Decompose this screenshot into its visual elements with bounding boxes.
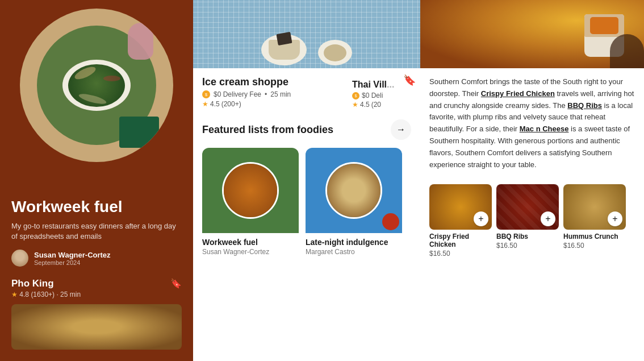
hummus-crunch-price: $16.50 — [563, 242, 626, 250]
tacos-visual — [327, 164, 380, 217]
middle-top-image — [193, 0, 420, 68]
star-icon-thai: ★ — [352, 101, 358, 109]
top-food-bg — [420, 0, 644, 68]
menu-item-bbq-ribs: + BBQ Ribs $16.50 — [496, 184, 559, 258]
bbq-ribs-name: BBQ Ribs — [496, 233, 559, 240]
plate-2 — [318, 40, 352, 65]
hero-title: Workweek fuel — [11, 197, 182, 217]
plate-1 — [261, 34, 307, 65]
menu-item-image-hummus: + — [563, 184, 626, 230]
strip-image — [11, 304, 182, 350]
list-card-body-workweek: Workweek fuel Susan Wagner-Cortez — [202, 233, 299, 260]
app-container: Workweek fuel My go-to restaurants easy … — [0, 0, 644, 361]
list-card-image-latenight — [306, 148, 402, 233]
right-top-image — [420, 0, 644, 68]
list-card-author-latenight: Margaret Castro — [306, 248, 402, 256]
arrow-button[interactable]: → — [391, 119, 411, 140]
list-card-workweek[interactable]: Workweek fuel Susan Wagner-Cortez — [202, 148, 299, 260]
hummus-crunch-name: Hummus Crunch — [563, 233, 626, 240]
list-card-name-workweek: Workweek fuel — [202, 238, 299, 247]
menu-item-image-bbq: + — [496, 184, 559, 230]
crispy-chicken-price: $16.50 — [429, 250, 492, 258]
latenight-food-image — [325, 162, 382, 219]
list-card-name-latenight: Late-night indulgence — [306, 238, 402, 247]
hero-image-area — [0, 0, 193, 193]
bbq-ribs-price: $16.50 — [496, 242, 559, 250]
restaurant-description: Southern Comfort brings the taste of the… — [429, 76, 635, 171]
right-text-block: Southern Comfort brings the taste of the… — [420, 68, 644, 179]
bookmark-icon[interactable]: 🔖 — [170, 278, 182, 289]
author-name: Susan Wagner-Cortez — [34, 251, 111, 259]
restaurant-meta: ★ 4.8 (1630+) · 25 min — [11, 291, 81, 298]
restaurant-item[interactable]: Pho King ★ 4.8 (1630+) · 25 min 🔖 — [11, 278, 182, 298]
hero-circle — [20, 9, 173, 162]
avatar-image — [11, 250, 28, 267]
workweek-food-image — [222, 162, 279, 219]
star-icon: ★ — [202, 100, 208, 108]
author-date: September 2024 — [34, 259, 111, 266]
delivery-dot: $ — [202, 90, 210, 98]
list-card-image-workweek — [202, 148, 299, 233]
left-panel: Workweek fuel My go-to restaurants easy … — [0, 0, 193, 361]
left-content: Workweek fuel My go-to restaurants easy … — [0, 186, 193, 361]
featured-header: Featured lists from foodies → — [202, 119, 411, 140]
hero-description: My go-to restaurants easy dinners after … — [11, 221, 182, 242]
middle-panel: Ice cream shoppe $ $0 Delivery Fee • 25 … — [193, 0, 420, 361]
workweek-background — [202, 148, 299, 233]
featured-section: Featured lists from foodies → Workweek f… — [193, 113, 420, 267]
chicken-visual — [224, 164, 277, 217]
restaurant-name: Pho King — [11, 278, 81, 289]
late-night-background — [306, 148, 402, 233]
menu-item-crispy-chicken: + Crispy Fried Chicken $16.50 — [429, 184, 492, 258]
avatar — [11, 250, 28, 267]
star-icon: ★ — [11, 291, 18, 298]
list-card-latenight[interactable]: Late-night indulgence Margaret Castro — [306, 148, 402, 260]
bbq-ribs-link[interactable]: BBQ Ribs — [567, 101, 602, 110]
delivery-dot-2: $ — [352, 92, 359, 99]
menu-items-row: + Crispy Fried Chicken $16.50 + BBQ Ribs… — [420, 179, 644, 258]
lists-row: Workweek fuel Susan Wagner-Cortez — [202, 148, 411, 260]
restaurant-image-strip — [11, 304, 182, 350]
restaurant-info: Pho King ★ 4.8 (1630+) · 25 min — [11, 278, 81, 298]
thai-rating: ★ 4.5 (20 — [352, 101, 415, 109]
thai-delivery: $ $0 Deli — [352, 92, 415, 99]
menu-item-image-crispy: + — [429, 184, 492, 230]
list-card-author-workweek: Susan Wagner-Cortez — [202, 248, 299, 256]
crispy-chicken-link[interactable]: Crispy Fried Chicken — [481, 89, 555, 98]
author-row: Susan Wagner-Cortez September 2024 — [11, 250, 182, 267]
hand-shape — [610, 34, 644, 68]
author-info: Susan Wagner-Cortez September 2024 — [34, 251, 111, 266]
featured-title: Featured lists from foodies — [202, 124, 333, 136]
mac-cheese-link[interactable]: Mac n Cheese — [520, 125, 569, 133]
crispy-chicken-name: Crispy Fried Chicken — [429, 233, 492, 248]
list-card-body-latenight: Late-night indulgence Margaret Castro — [306, 233, 402, 260]
right-panel: Southern Comfort brings the taste of the… — [420, 0, 644, 361]
menu-item-hummus-crunch: + Hummus Crunch $16.50 — [563, 184, 626, 258]
thai-bookmark-icon[interactable]: 🔖 — [403, 74, 416, 86]
